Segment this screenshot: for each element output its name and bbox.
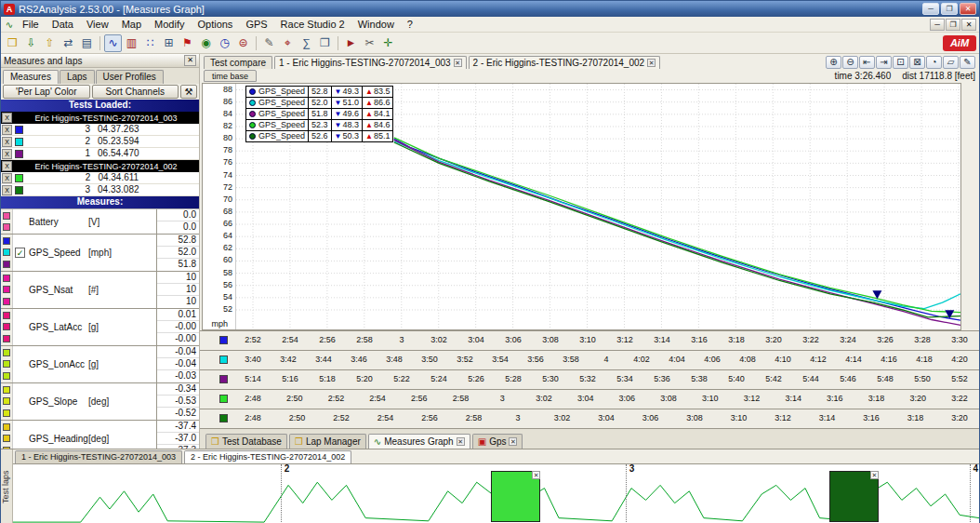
channel-checkbox[interactable]: ✓ <box>15 248 25 258</box>
deselect-lap-icon[interactable]: ✕ <box>532 471 540 479</box>
channel-checkbox-cell[interactable] <box>13 383 27 420</box>
settings-icon[interactable]: ✛ <box>379 34 397 52</box>
axis-color-swatch <box>219 395 228 403</box>
per-lap-color-button[interactable]: 'Per Lap' Color <box>3 85 90 99</box>
tab-measures[interactable]: Measures <box>3 70 59 84</box>
cursor-marker-icon[interactable] <box>945 310 954 318</box>
channel-checkbox-cell[interactable] <box>13 272 27 308</box>
panel-close-icon[interactable]: ✕ <box>184 55 196 66</box>
zoom-out-icon[interactable]: ⊖ <box>842 56 858 69</box>
deselect-lap-icon[interactable]: ✕ <box>870 471 879 479</box>
lap-selection[interactable]: ✕ <box>829 471 879 522</box>
close-tab-icon[interactable]: ✕ <box>647 59 656 67</box>
remove-lap-button[interactable]: X <box>2 125 12 135</box>
menu-data[interactable]: Data <box>46 18 80 31</box>
menu-map[interactable]: Map <box>115 18 148 31</box>
unload-test-button[interactable]: X <box>2 113 12 123</box>
channel-row-gps-latacc[interactable]: GPS_LatAcc[g]0.01-0.00-0.00 <box>1 309 199 346</box>
channel-checkbox-cell[interactable] <box>13 346 27 382</box>
view-tab-test-database[interactable]: ❒Test Database <box>205 434 287 449</box>
zoom-in-icon[interactable]: ⊕ <box>826 56 841 69</box>
mdi-restore-button[interactable]: ❐ <box>946 19 960 31</box>
math-channel-icon[interactable]: ∑ <box>298 34 315 52</box>
plot-area[interactable]: GPS_Speed52.8▼49.3▲83.5GPS_Speed52.0▼51.… <box>236 84 960 329</box>
channel-row-gps-slope[interactable]: GPS_Slope[deg]-0.34-0.53-0.52 <box>1 383 199 421</box>
print-icon[interactable]: ❐ <box>316 34 334 52</box>
mdi-minimize-button[interactable]: ─ <box>930 19 945 31</box>
sort-channels-button[interactable]: Sort Channels <box>92 85 179 99</box>
zoom-prev-icon[interactable]: ⇤ <box>859 56 875 69</box>
channel-row-battery[interactable]: Battery[V]0.00.0 <box>1 209 199 235</box>
view-tab-gps[interactable]: ▣Gps✕ <box>472 434 523 449</box>
pencil-icon[interactable]: ✎ <box>960 56 975 69</box>
split-times-icon[interactable]: ◷ <box>216 34 233 52</box>
lap-panel-tab[interactable]: 2 - Eric Higgins-TESTING-27072014_002 <box>184 450 351 463</box>
xy-graph-icon[interactable]: ∷ <box>141 34 159 52</box>
export-data-icon[interactable]: ⇧ <box>41 34 59 52</box>
mdi-close-button[interactable]: ✕ <box>961 19 976 31</box>
channel-checkbox-cell[interactable] <box>13 421 27 449</box>
laps-flag-icon[interactable]: ⚑ <box>179 34 196 52</box>
menu-file[interactable]: File <box>16 18 46 31</box>
lap-row[interactable]: X204.34.611 <box>1 172 199 184</box>
view-tab-measures-graph[interactable]: ∿Measures Graph✕ <box>368 434 470 449</box>
channel-checkbox-cell[interactable] <box>13 309 27 345</box>
target-icon[interactable]: ⌖ <box>279 34 297 52</box>
measures-graph-icon[interactable]: ∿ <box>104 34 122 52</box>
zoom-next-icon[interactable]: ⇥ <box>876 56 892 69</box>
close-button[interactable]: ✕ <box>960 3 976 15</box>
menu-gps[interactable]: GPS <box>239 18 273 31</box>
lap-selection[interactable]: ✕ <box>491 471 540 522</box>
menu-view[interactable]: View <box>80 18 115 31</box>
menu-modify[interactable]: Modify <box>148 18 191 31</box>
channel-checkbox-cell[interactable] <box>13 209 27 234</box>
channels-table-icon[interactable]: ⊞ <box>160 34 178 52</box>
time-base-tab[interactable]: time base <box>204 70 257 82</box>
wrench-icon[interactable]: ⚒ <box>180 85 197 99</box>
tab-user-profiles[interactable]: User Profiles <box>96 70 164 84</box>
tab-laps[interactable]: Laps <box>60 70 95 84</box>
menu-race-studio-2[interactable]: Race Studio 2 <box>274 18 351 31</box>
menu-options[interactable]: Options <box>191 18 239 31</box>
channel-row-gps-nsat[interactable]: GPS_Nsat[#]101010 <box>1 272 199 309</box>
menu-help[interactable]: ? <box>401 18 419 31</box>
close-tab-icon[interactable]: ✕ <box>454 59 462 67</box>
histogram-icon[interactable]: ▥ <box>123 34 140 52</box>
lap-overview-strip[interactable]: 234✕✕ <box>13 463 979 523</box>
merge-tests-icon[interactable]: ⇄ <box>60 34 77 52</box>
clear-marks-icon[interactable]: ▱ <box>943 56 959 69</box>
compare-tab-2[interactable]: 2 - Eric Higgins-TESTING-27072014_002✕ <box>469 56 661 69</box>
video-icon[interactable]: ► <box>342 34 360 52</box>
menu-window[interactable]: Window <box>351 18 401 31</box>
track-map-icon[interactable]: ◉ <box>197 34 215 52</box>
zoom-window-icon[interactable]: ⊡ <box>893 56 908 69</box>
minimize-button[interactable]: ─ <box>922 3 939 15</box>
note-pencil-icon[interactable]: ✎ <box>260 34 278 52</box>
channel-row-gps-lonacc[interactable]: GPS_LonAcc[g]-0.04-0.04-0.03 <box>1 346 199 383</box>
lap-row[interactable]: X304.33.082 <box>1 184 199 196</box>
maximize-button[interactable]: ❐ <box>941 3 958 15</box>
unload-test-button[interactable]: X <box>2 161 12 171</box>
time-cursor-icon[interactable]: ◔ <box>926 56 942 69</box>
lap-row[interactable]: X304.37.263 <box>1 124 199 136</box>
remove-lap-button[interactable]: X <box>2 149 12 159</box>
view-tab-lap-manager[interactable]: ❒Lap Manager <box>289 434 366 449</box>
compare-icon[interactable]: ⊜ <box>234 34 252 52</box>
remove-lap-button[interactable]: X <box>2 173 12 183</box>
zoom-fit-icon[interactable]: ⊠ <box>909 56 925 69</box>
remove-lap-button[interactable]: X <box>2 137 12 147</box>
lap-panel-tab[interactable]: 1 - Eric Higgins-TESTING-27072014_003 <box>15 450 182 463</box>
open-test-icon[interactable]: ❒ <box>4 34 21 52</box>
compare-tab-1[interactable]: 1 - Eric Higgins-TESTING-27072014_003✕ <box>274 56 467 69</box>
remove-lap-button[interactable]: X <box>2 185 12 195</box>
channel-checkbox-cell[interactable]: ✓ <box>13 235 27 271</box>
import-data-icon[interactable]: ⇩ <box>22 34 40 52</box>
channel-row-gps-speed[interactable]: ✓GPS_Speed[mph]52.852.051.8 <box>1 235 199 272</box>
cut-icon[interactable]: ✂ <box>361 34 378 52</box>
lap-row[interactable]: X106.54.470 <box>1 148 199 160</box>
close-tab-icon[interactable]: ✕ <box>457 437 465 446</box>
lap-row[interactable]: X205.23.594 <box>1 136 199 148</box>
close-tab-icon[interactable]: ✕ <box>509 437 517 446</box>
channel-row-gps-heading[interactable]: GPS_Heading[deg]-37.4-37.0-37.3 <box>1 421 199 449</box>
test-properties-icon[interactable]: ▤ <box>78 34 96 52</box>
